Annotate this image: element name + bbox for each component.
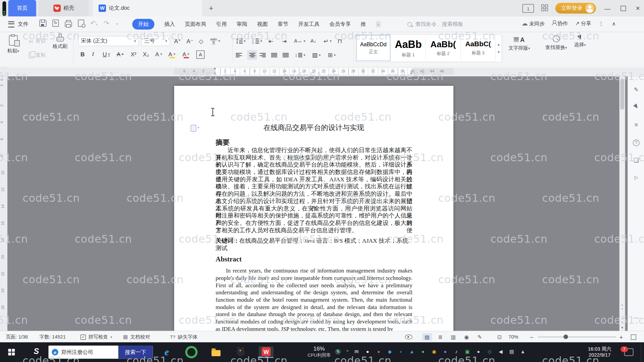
help-icon[interactable]: ? bbox=[628, 139, 644, 146]
tray-compass-icon[interactable]: ◆ bbox=[385, 349, 394, 355]
taskbar-clock[interactable]: 16:03 周六 2022/9/17 bbox=[582, 346, 617, 358]
tray-wechat-icon[interactable]: ● bbox=[418, 349, 428, 355]
character-scale-button[interactable]: A↔▾ bbox=[294, 36, 306, 46]
new-tab-button[interactable]: + bbox=[206, 3, 216, 13]
proofread-button[interactable]: ▤ 文档校对 bbox=[123, 331, 150, 343]
edit-pen-icon[interactable]: ✎ bbox=[628, 86, 644, 93]
tray-volume-icon[interactable]: ◀ bbox=[496, 349, 505, 355]
format-painter-button[interactable]: 格式刷 bbox=[53, 32, 67, 50]
menu-item-references[interactable]: 引用 bbox=[216, 20, 227, 28]
eye-protection-toggle[interactable] bbox=[405, 331, 412, 343]
bold-button[interactable]: B bbox=[80, 49, 85, 59]
minimize-button[interactable]: — bbox=[600, 0, 614, 16]
outline-view-icon[interactable]: ≣ bbox=[435, 333, 445, 341]
page-indicator[interactable]: 页面: 1/36 bbox=[6, 331, 28, 343]
green-browser-icon[interactable] bbox=[184, 346, 199, 358]
zoom-slider-knob[interactable] bbox=[564, 335, 568, 339]
distribute-button[interactable] bbox=[282, 50, 288, 60]
web-layout-icon[interactable]: ◉ bbox=[462, 333, 471, 341]
right-indent-marker[interactable]: ▴ bbox=[410, 71, 412, 75]
cut-button[interactable]: ✂剪切 bbox=[29, 38, 46, 45]
taskbar-search-box[interactable]: e 郑州注册公司 搜索一下 bbox=[48, 346, 153, 359]
shading-button[interactable]: ▨▾ bbox=[312, 50, 321, 60]
zoom-level[interactable]: 70% bbox=[508, 331, 518, 343]
bullet-list-button[interactable]: ▾ bbox=[236, 36, 246, 46]
increase-indent-icon[interactable]: ⇥ bbox=[282, 36, 286, 46]
styles-scroll-down-icon[interactable]: ▼ bbox=[497, 51, 500, 54]
font-size-select[interactable]: 三号▾ bbox=[141, 36, 170, 46]
scrollbar-thumb[interactable] bbox=[620, 78, 624, 110]
menu-item-section[interactable]: 章节 bbox=[278, 20, 288, 28]
undo-icon[interactable]: ↶▾ bbox=[90, 19, 97, 27]
highlight-color-button[interactable]: A▾ bbox=[168, 49, 175, 59]
menu-item-insert[interactable]: 插入 bbox=[164, 20, 175, 28]
align-right-button[interactable] bbox=[260, 50, 266, 60]
tray-shield-icon[interactable]: ▲ bbox=[407, 349, 417, 355]
redo-icon[interactable]: ↷ bbox=[104, 19, 109, 27]
phonetic-guide-button[interactable]: wén文▾ bbox=[210, 36, 220, 46]
action-center-icon[interactable]: 7 bbox=[624, 349, 633, 356]
print-icon[interactable] bbox=[65, 21, 72, 26]
share-button[interactable]: ↗ 分享 bbox=[575, 20, 591, 27]
vertical-scrollbar[interactable]: ⌃⌃ ⌄⌄ ▾ bbox=[620, 76, 625, 331]
borders-button[interactable]: ⊞▾ bbox=[328, 50, 336, 60]
scroll-down-arrow-icon[interactable]: ▾ bbox=[620, 326, 625, 329]
superscript-button[interactable]: X² bbox=[130, 49, 136, 59]
fit-page-icon[interactable]: ⊡ bbox=[494, 333, 504, 341]
apps-grid-icon[interactable] bbox=[541, 4, 548, 11]
tab-stops-icon[interactable]: ⊓ bbox=[338, 36, 342, 46]
style-heading1[interactable]: AaBb 标题 1 bbox=[391, 35, 426, 61]
export-icon[interactable] bbox=[53, 20, 59, 27]
character-border-button[interactable]: A bbox=[196, 51, 204, 59]
missing-font-button[interactable]: T? 缺失字体 bbox=[170, 331, 198, 343]
style-normal[interactable]: AaBbCcDd 正文 bbox=[356, 35, 391, 61]
menu-item-review[interactable]: 审阅 bbox=[236, 20, 247, 28]
hidden-icons-chevron[interactable]: ^ bbox=[342, 349, 352, 354]
select-cursor-icon[interactable] bbox=[628, 104, 644, 110]
align-center-button[interactable] bbox=[247, 50, 257, 60]
spellcheck-toggle[interactable]: ✓ 拼写检查▾ bbox=[80, 331, 112, 343]
italic-button[interactable]: I bbox=[92, 49, 94, 59]
collapse-ribbon-icon[interactable]: ∧ bbox=[612, 20, 615, 26]
show-desktop-button[interactable] bbox=[641, 342, 644, 362]
style-heading3[interactable]: AaBbC( 标题 3 bbox=[461, 35, 496, 61]
read-layout-icon[interactable]: ▥ bbox=[448, 333, 458, 341]
menu-item-view[interactable]: 视图 bbox=[257, 20, 268, 28]
ie-browser-icon[interactable]: e bbox=[159, 346, 174, 358]
booster-ball-icon[interactable] bbox=[335, 349, 341, 355]
tray-tim-icon[interactable]: ◗ bbox=[396, 349, 406, 355]
login-button[interactable]: 立即登录 bbox=[555, 3, 596, 14]
tab-home[interactable]: 首页 bbox=[8, 0, 36, 16]
close-button[interactable]: × bbox=[631, 0, 644, 16]
menu-scroll-chevron[interactable]: › bbox=[376, 21, 380, 27]
tray-mail-icon[interactable]: ✉ bbox=[352, 349, 361, 355]
line-break-button[interactable]: ↵▾ bbox=[324, 36, 332, 46]
collaborate-button[interactable]: 协作 bbox=[552, 20, 568, 27]
page-view-icon[interactable]: ▤ bbox=[422, 333, 432, 341]
cpu-monitor-widget[interactable]: 16% CPU利用率 bbox=[305, 345, 334, 358]
find-replace-button[interactable]: 查找替换▾ bbox=[545, 35, 567, 51]
menu-item-truncated[interactable]: 推 bbox=[361, 20, 366, 28]
command-search[interactable]: 查找命令、搜索模板 bbox=[408, 20, 464, 28]
browser-s-icon[interactable]: S bbox=[34, 347, 39, 356]
menu-item-member[interactable]: 会员专享 bbox=[329, 20, 351, 28]
save-icon[interactable] bbox=[40, 20, 47, 27]
horizontal-ruler[interactable]: 6422468101214161820222426283032343638404… bbox=[0, 68, 644, 75]
text-layout-button[interactable]: A 文字排版▾ bbox=[508, 36, 530, 52]
font-color-button[interactable]: A▾ bbox=[182, 49, 190, 59]
strikethrough-button[interactable]: A▾ bbox=[117, 49, 124, 59]
style-heading2[interactable]: AaBb( 标题 2 bbox=[426, 35, 461, 61]
word-count[interactable]: 字数: 14521 bbox=[40, 331, 66, 343]
paste-button[interactable]: 粘贴▾ bbox=[7, 35, 19, 54]
increase-font-button[interactable]: A⁺ bbox=[174, 36, 181, 46]
zoom-slider[interactable] bbox=[538, 337, 616, 337]
sidebar-more-icon[interactable]: ⋯ bbox=[628, 314, 644, 321]
select-button[interactable]: 选择▾ bbox=[574, 35, 586, 48]
zoom-in-button[interactable]: + bbox=[620, 331, 623, 343]
decrease-font-button[interactable]: A⁻ bbox=[186, 36, 193, 46]
font-name-select[interactable]: 宋体 (正文)▾ bbox=[78, 36, 139, 46]
tab-docer[interactable]: 稻壳 bbox=[39, 0, 89, 16]
page-up-double-chevron-icon[interactable]: ⌃⌃ bbox=[620, 305, 625, 312]
line-spacing-button[interactable]: ↕▾ bbox=[295, 50, 305, 60]
tray-qq-icon[interactable]: ● bbox=[363, 349, 372, 355]
